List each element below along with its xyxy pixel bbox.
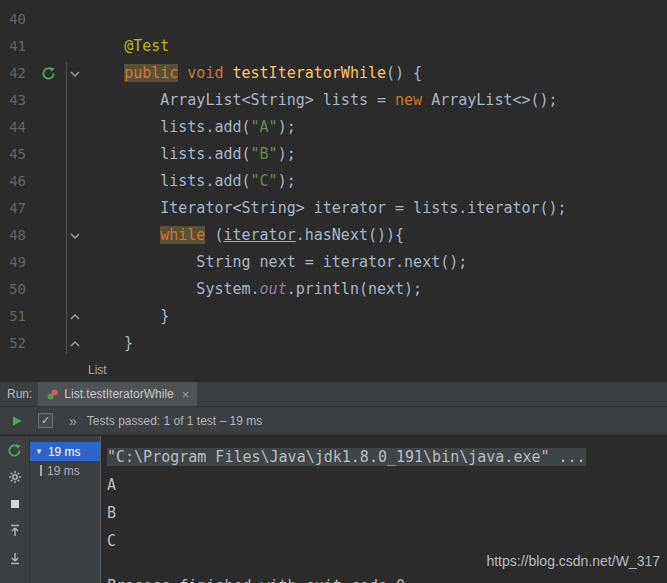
code-token[interactable]: public bbox=[124, 64, 178, 82]
rerun-tests-icon[interactable] bbox=[7, 442, 23, 458]
code-text[interactable]: } bbox=[88, 303, 169, 330]
line-number[interactable]: 46 bbox=[0, 168, 34, 195]
line-number[interactable]: 50 bbox=[0, 276, 34, 303]
test-tree-panel[interactable]: ▼ 19 ms 19 ms bbox=[30, 436, 101, 583]
code-token[interactable] bbox=[88, 37, 124, 55]
line-number[interactable]: 44 bbox=[0, 114, 34, 141]
code-token[interactable]: lists.add( bbox=[88, 172, 251, 190]
line-number[interactable]: 48 bbox=[0, 222, 34, 249]
arrow-down-icon[interactable] bbox=[7, 550, 23, 566]
code-token[interactable]: while bbox=[160, 226, 205, 244]
console-line[interactable]: "C:\Program Files\Java\jdk1.8.0_191\bin\… bbox=[107, 443, 667, 471]
gutter-run-column bbox=[34, 6, 62, 33]
gutter-fold-column bbox=[62, 33, 88, 60]
editor-line: 47 Iterator<String> iterator = lists.ite… bbox=[0, 195, 667, 222]
code-text[interactable]: lists.add("A"); bbox=[88, 114, 296, 141]
run-tab-title: List.testIteratorWhile bbox=[64, 387, 173, 401]
code-text[interactable]: String next = iterator.next(); bbox=[88, 249, 467, 276]
editor-line: 45 lists.add("B"); bbox=[0, 141, 667, 168]
code-token[interactable]: () { bbox=[386, 64, 422, 82]
editor-line: 41 @Test bbox=[0, 33, 667, 60]
line-number[interactable]: 43 bbox=[0, 87, 34, 114]
test-class-icon bbox=[46, 388, 59, 401]
line-number[interactable]: 47 bbox=[0, 195, 34, 222]
code-text[interactable]: while (iterator.hasNext()){ bbox=[88, 222, 404, 249]
stop-icon[interactable] bbox=[7, 496, 23, 512]
line-number[interactable]: 49 bbox=[0, 249, 34, 276]
line-number[interactable]: 41 bbox=[0, 33, 34, 60]
console-text[interactable]: B bbox=[107, 504, 116, 522]
line-number[interactable]: 52 bbox=[0, 330, 34, 357]
run-panel-label: Run: bbox=[0, 382, 38, 406]
double-chevron-icon[interactable]: » bbox=[69, 413, 77, 429]
code-text[interactable]: } bbox=[88, 330, 133, 357]
console-line[interactable]: A bbox=[107, 471, 667, 499]
test-results-root-row[interactable]: ▼ 19 ms bbox=[30, 442, 100, 461]
run-tab[interactable]: List.testIteratorWhile × bbox=[38, 382, 197, 406]
line-number[interactable]: 45 bbox=[0, 141, 34, 168]
code-token[interactable]: System. bbox=[88, 280, 260, 298]
line-number[interactable]: 42 bbox=[0, 60, 34, 87]
console-text[interactable]: Process finished with exit code 0 bbox=[107, 577, 405, 583]
settings-gear-icon[interactable] bbox=[7, 469, 23, 485]
code-token[interactable]: new bbox=[395, 91, 422, 109]
code-token[interactable]: ArrayList<>(); bbox=[422, 91, 557, 109]
console-text[interactable]: "C:\Program Files\Java\jdk1.8.0_191\bin\… bbox=[107, 448, 586, 466]
code-token[interactable]: ); bbox=[278, 145, 296, 163]
console-line[interactable]: B bbox=[107, 499, 667, 527]
console-line[interactable]: Process finished with exit code 0 bbox=[107, 577, 667, 583]
run-test-gutter-icon[interactable] bbox=[34, 60, 62, 87]
code-text[interactable]: lists.add("B"); bbox=[88, 141, 296, 168]
breadcrumb-class[interactable]: List bbox=[88, 363, 107, 377]
show-passed-checkbox[interactable]: ✓ bbox=[38, 413, 53, 428]
code-token[interactable]: ArrayList<String> lists = bbox=[88, 91, 395, 109]
code-token[interactable]: String next = iterator.next(); bbox=[88, 253, 467, 271]
code-text[interactable]: public void testIteratorWhile() { bbox=[88, 60, 422, 87]
code-token[interactable] bbox=[178, 64, 187, 82]
console-text[interactable]: A bbox=[107, 476, 116, 494]
code-token[interactable]: "C" bbox=[251, 172, 278, 190]
code-token[interactable]: "B" bbox=[251, 145, 278, 163]
code-token[interactable]: ( bbox=[205, 226, 223, 244]
code-token[interactable]: } bbox=[88, 307, 169, 325]
line-number[interactable]: 51 bbox=[0, 303, 34, 330]
gutter-run-column bbox=[34, 141, 62, 168]
gutter-run-column bbox=[34, 249, 62, 276]
gutter-scope-line bbox=[66, 62, 67, 354]
code-text[interactable]: System.out.println(next); bbox=[88, 276, 422, 303]
code-token[interactable]: @Test bbox=[124, 37, 169, 55]
run-panel-header: Run: List.testIteratorWhile × bbox=[0, 382, 667, 407]
code-token[interactable]: .hasNext()){ bbox=[296, 226, 404, 244]
code-token[interactable] bbox=[88, 226, 160, 244]
code-editor[interactable]: 4041 @Test42 public void testIteratorWhi… bbox=[0, 0, 667, 358]
code-token[interactable]: .println(next); bbox=[287, 280, 422, 298]
editor-line: 51 } bbox=[0, 303, 667, 330]
close-tab-icon[interactable]: × bbox=[182, 387, 190, 402]
console-text[interactable]: C bbox=[107, 532, 116, 550]
code-text[interactable]: lists.add("C"); bbox=[88, 168, 296, 195]
code-token[interactable]: out bbox=[260, 280, 287, 298]
test-root-duration: 19 ms bbox=[48, 445, 81, 459]
console-line[interactable]: C bbox=[107, 527, 667, 555]
code-token[interactable]: ); bbox=[278, 118, 296, 136]
code-token[interactable] bbox=[88, 64, 124, 82]
code-text[interactable]: Iterator<String> iterator = lists.iterat… bbox=[88, 195, 567, 222]
code-token[interactable]: } bbox=[88, 334, 133, 352]
code-text[interactable]: ArrayList<String> lists = new ArrayList<… bbox=[88, 87, 558, 114]
code-token[interactable]: testIteratorWhile bbox=[233, 64, 387, 82]
editor-line: 43 ArrayList<String> lists = new ArrayLi… bbox=[0, 87, 667, 114]
test-case-row[interactable]: 19 ms bbox=[30, 461, 100, 480]
code-token[interactable]: ); bbox=[278, 172, 296, 190]
code-token[interactable]: lists.add( bbox=[88, 118, 251, 136]
chevron-down-icon[interactable]: ▼ bbox=[35, 447, 43, 456]
code-token[interactable]: void bbox=[187, 64, 232, 82]
rerun-test-button[interactable] bbox=[11, 415, 23, 427]
code-token[interactable]: "A" bbox=[251, 118, 278, 136]
code-token[interactable]: Iterator<String> iterator = lists.iterat… bbox=[88, 199, 567, 217]
code-token[interactable]: iterator bbox=[223, 226, 295, 244]
code-token[interactable]: lists.add( bbox=[88, 145, 251, 163]
editor-line: 52 } bbox=[0, 330, 667, 357]
code-text[interactable]: @Test bbox=[88, 33, 169, 60]
arrow-up-icon[interactable] bbox=[7, 523, 23, 539]
line-number[interactable]: 40 bbox=[0, 6, 34, 33]
